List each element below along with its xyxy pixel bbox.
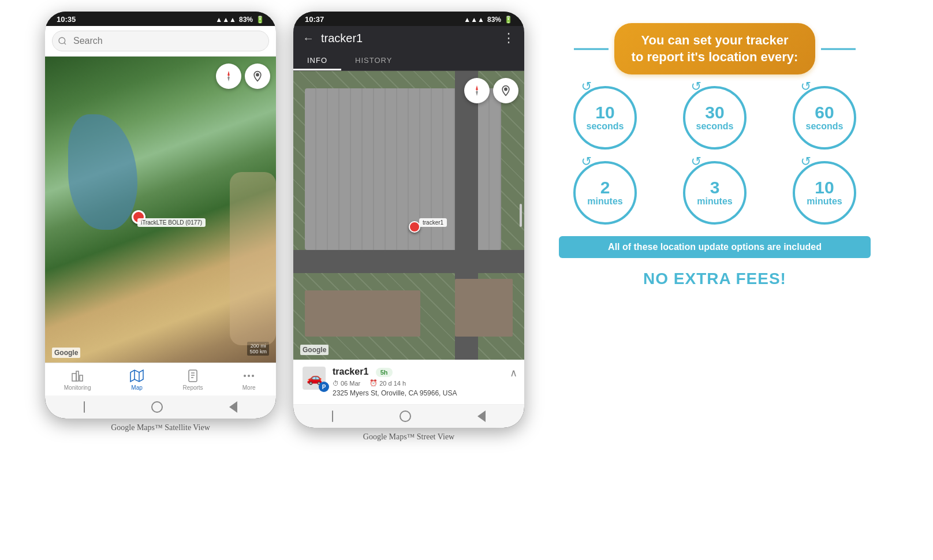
circle-ring-0: 10 seconds: [573, 86, 637, 150]
monitoring-icon: [70, 369, 84, 383]
tracker-label-satellite: iTrackLTE BOLD (0177): [137, 218, 206, 227]
tracker-address: 2325 Myers St, Oroville, CA 95966, USA: [333, 389, 515, 397]
circle-unit-2: seconds: [806, 121, 844, 132]
tracker-label-aerial: tracker1: [419, 218, 447, 227]
tracker-icon-wrap: 🚗 P: [303, 367, 326, 390]
circles-grid: 10 seconds 30 seconds 60 seconds 2 minut…: [559, 86, 871, 225]
bottom-home-icon-2[interactable]: [400, 410, 411, 422]
nav-monitoring[interactable]: Monitoring: [55, 367, 100, 393]
phone2-status-right: ▲▲▲ 83% 🔋: [464, 16, 513, 24]
search-bar: [45, 26, 276, 57]
meta-duration: ⏰ 20 d 14 h: [370, 379, 406, 387]
tab-history-label: HISTORY: [355, 56, 392, 65]
location-icon-2: [500, 85, 512, 96]
svg-point-12: [248, 375, 250, 377]
tracker-title: tracker1: [321, 32, 495, 45]
tracker-date-text: 06 Mar: [341, 380, 360, 387]
back-button[interactable]: ←: [303, 32, 314, 45]
location-button[interactable]: [245, 64, 270, 89]
phone1-battery-icon: 🔋: [256, 16, 264, 24]
compass-button-2[interactable]: [464, 78, 490, 103]
tracker-name-text: tracker1: [333, 367, 368, 376]
tracker-info-panel: 🚗 P tracker1 5h ⏱ 06 Mar ⏰: [293, 360, 524, 405]
tracker-meta: ⏱ 06 Mar ⏰ 20 d 14 h: [333, 379, 515, 387]
svg-rect-7: [189, 370, 197, 382]
phone1-battery: 83%: [239, 16, 253, 24]
tracker-name: tracker1 5h: [333, 367, 515, 377]
svg-point-0: [59, 38, 65, 44]
phone1-mockup: 10:35 ▲▲▲ 83% 🔋: [45, 12, 276, 419]
compass-icon-2: [471, 84, 483, 97]
svg-rect-5: [76, 371, 79, 381]
svg-rect-6: [80, 375, 83, 381]
circle-item-3: 2 minutes: [559, 161, 651, 225]
more-icon: [242, 369, 256, 383]
bottom-back-icon-2[interactable]: [477, 410, 486, 422]
clock-icon: ⏱: [333, 380, 339, 387]
phone2-caption: Google Maps™ Street View: [363, 432, 454, 442]
google-logo-satellite: Google: [52, 348, 80, 358]
info-header-line2: to report it's location every:: [632, 50, 798, 64]
phone2-container: 10:37 ▲▲▲ 83% 🔋 ← tracker1 ⋮ INFO HISTOR…: [293, 12, 524, 442]
phone1-status-bar: 10:35 ▲▲▲ 83% 🔋: [45, 12, 276, 26]
circle-ring-4: 3 minutes: [683, 161, 747, 225]
tracker-details: tracker1 5h ⏱ 06 Mar ⏰ 20 d 14 h 2325: [333, 367, 515, 397]
bottom-menu-icon: [84, 401, 85, 413]
compass-icon: [222, 70, 235, 83]
location-icon: [252, 70, 263, 82]
search-icon: [58, 36, 67, 46]
circle-ring-1: 30 seconds: [683, 86, 747, 150]
circle-item-4: 3 minutes: [669, 161, 761, 225]
circle-number-2: 60: [815, 104, 834, 121]
compass-button[interactable]: [216, 64, 241, 89]
circle-item-1: 30 seconds: [669, 86, 761, 150]
location-button-2[interactable]: [493, 78, 518, 103]
svg-marker-15: [476, 91, 478, 96]
phone2-battery-icon: 🔋: [504, 16, 513, 24]
building-1: [305, 290, 420, 337]
tab-history[interactable]: HISTORY: [341, 50, 406, 70]
circle-number-5: 10: [815, 179, 834, 196]
phone1-screen: iTrackLTE BOLD (0177) Google 200 mi500 k…: [45, 26, 276, 395]
bottom-home-icon[interactable]: [151, 401, 163, 413]
map-icon: [130, 369, 144, 383]
search-input-wrap[interactable]: [52, 31, 269, 51]
time-badge: 5h: [376, 368, 393, 377]
phone2-status-bar: 10:37 ▲▲▲ 83% 🔋: [293, 12, 524, 26]
aerial-map[interactable]: tracker1 Google: [293, 71, 524, 360]
svg-point-13: [252, 375, 254, 377]
circle-item-0: 10 seconds: [559, 86, 651, 150]
phone2-mockup: 10:37 ▲▲▲ 83% 🔋 ← tracker1 ⋮ INFO HISTOR…: [293, 12, 524, 428]
bottom-back-icon[interactable]: [229, 401, 237, 413]
nav-map[interactable]: Map: [120, 367, 154, 393]
circle-ring-3: 2 minutes: [573, 161, 637, 225]
info-header-line1: You can set your tracker: [641, 33, 788, 47]
tab-info[interactable]: INFO: [293, 50, 341, 70]
nav-more-label: More: [242, 384, 256, 391]
bottom-banner: All of these location update options are…: [559, 236, 871, 258]
parking-badge: P: [319, 382, 329, 392]
google-logo-aerial: Google: [300, 345, 329, 355]
bottom-menu-icon-2: [332, 410, 333, 422]
more-menu-button[interactable]: ⋮: [502, 31, 515, 46]
nav-reports[interactable]: Reports: [174, 367, 212, 393]
circle-item-5: 10 minutes: [778, 161, 871, 225]
phone1-container: 10:35 ▲▲▲ 83% 🔋: [45, 12, 276, 432]
svg-marker-1: [227, 71, 230, 76]
circle-ring-5: 10 minutes: [793, 161, 856, 225]
circle-unit-5: minutes: [807, 196, 842, 207]
circle-number-0: 10: [595, 104, 614, 121]
search-input[interactable]: [52, 31, 269, 51]
phone1-time: 10:35: [57, 15, 76, 24]
satellite-map[interactable]: iTrackLTE BOLD (0177) Google 200 mi500 k…: [45, 57, 276, 363]
tracker-duration-text: 20 d 14 h: [379, 380, 406, 387]
tab-info-label: INFO: [307, 56, 327, 65]
timer-icon: ⏰: [370, 379, 378, 387]
circle-unit-1: seconds: [696, 121, 734, 132]
nav-more[interactable]: More: [232, 367, 266, 393]
phone1-bottom-bar: [45, 395, 276, 419]
collapse-button[interactable]: ∧: [510, 367, 517, 379]
no-fees-text: NO EXTRA FEES!: [643, 270, 786, 288]
bottom-nav: Monitoring Map Reports: [45, 363, 276, 395]
meta-date: ⏱ 06 Mar: [333, 379, 360, 387]
